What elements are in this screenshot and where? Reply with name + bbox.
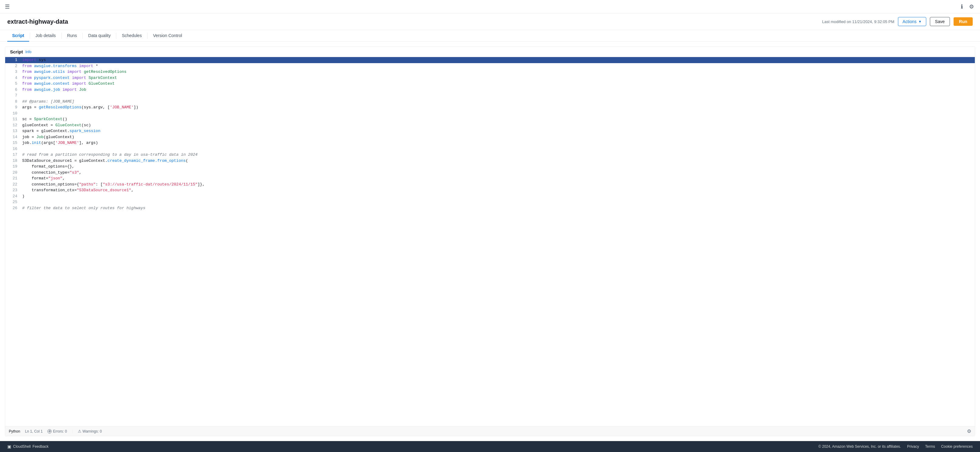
status-bar-right: ⚙ [967,428,971,434]
tab-divider-4 [116,33,116,39]
code-line-5: 5 from awsglue.context import GlueContex… [5,81,975,87]
footer-right: © 2024, Amazon Web Services, Inc. or its… [818,444,973,449]
tab-job-details[interactable]: Job details [31,30,61,41]
code-line-16: 16 [5,146,975,152]
editor-settings-icon[interactable]: ⚙ [967,429,971,434]
line-content-1: import sys [20,57,48,63]
line-content-9: args = getResolvedOptions(sys.argv, ['JO… [20,105,141,111]
code-line-24: 24 ) [5,193,975,200]
code-line-10: 10 [5,111,975,117]
line-content-15: job.init(args['JOB_NAME'], args) [20,140,100,146]
code-line-23: 23 transformation_ctx="S3DataSource_dsou… [5,187,975,193]
top-bar-left: ☰ [5,4,10,10]
line-number-26: 26 [5,205,20,211]
line-content-20: connection_type="s3", [20,170,84,176]
errors-indicator: ⊘ Errors: 0 [48,429,67,433]
code-line-6: 6 from awsglue.job import Job [5,87,975,93]
hamburger-icon[interactable]: ☰ [5,4,10,10]
tab-script[interactable]: Script [7,30,29,41]
code-line-2: 2 from awsglue.transforms import * [5,63,975,69]
line-content-14: job = Job(glueContext) [20,134,77,140]
script-info-badge[interactable]: Info [25,50,32,54]
line-content-8: ## @params: [JOB_NAME] [20,99,77,105]
code-line-26: 26 # filter the data to select only rout… [5,205,975,211]
line-content-7 [20,93,27,99]
line-content-24: ) [20,193,27,200]
tab-data-quality[interactable]: Data quality [83,30,115,41]
tab-schedules[interactable]: Schedules [117,30,146,41]
code-line-25: 25 [5,199,975,205]
tab-version-control[interactable]: Version Control [148,30,187,41]
footer: ▣ CloudShell Feedback © 2024, Amazon Web… [0,441,980,452]
line-number-12: 12 [5,122,20,128]
status-bar-left: Python Ln 1, Col 1 ⊘ Errors: 0 | ⚠ Warni… [9,429,102,433]
code-line-13: 13 spark = glueContext.spark_session [5,128,975,134]
tab-divider-1 [30,33,30,39]
code-line-21: 21 format="json", [5,176,975,182]
privacy-link[interactable]: Privacy [907,444,919,449]
code-line-8: 8 ## @params: [JOB_NAME] [5,99,975,105]
line-number-20: 20 [5,170,20,176]
line-content-21: format="json", [20,176,67,182]
line-number-10: 10 [5,111,20,117]
line-number-2: 2 [5,63,20,69]
line-number-14: 14 [5,134,20,140]
feedback-button[interactable]: Feedback [32,444,49,449]
error-circle-icon: ⊘ [48,429,52,433]
line-number-8: 8 [5,99,20,105]
tab-bar: Script Job details Runs Data quality Sch… [0,30,980,41]
line-number-17: 17 [5,152,20,158]
actions-label: Actions [902,19,916,24]
code-editor[interactable]: 1 import sys 2 from awsglue.transforms i… [5,57,975,426]
line-content-23: transformation_ctx="S3DataSource_dsource… [20,187,136,193]
top-bar: ☰ ℹ ⚙ [0,0,980,13]
cloudshell-link[interactable]: CloudShell [13,444,31,449]
info-icon-button[interactable]: ℹ [959,2,964,11]
line-number-9: 9 [5,105,20,111]
line-number-4: 4 [5,75,20,81]
line-number-11: 11 [5,116,20,122]
warning-triangle-icon: ⚠ [78,429,81,433]
job-header: extract-highway-data Last modified on 11… [0,13,980,30]
chevron-down-icon: ▼ [918,20,922,23]
line-content-3: from awsglue.utils import getResolvedOpt… [20,69,129,75]
line-content-22: connection_options={"paths": ["s3://usa-… [20,182,207,187]
actions-button[interactable]: Actions ▼ [898,17,926,26]
line-content-13: spark = glueContext.spark_session [20,128,103,134]
code-line-20: 20 connection_type="s3", [5,170,975,176]
code-line-12: 12 glueContext = GlueContext(sc) [5,122,975,128]
code-line-15: 15 job.init(args['JOB_NAME'], args) [5,140,975,146]
cookie-preferences-link[interactable]: Cookie preferences [941,444,973,449]
line-content-16 [20,146,27,152]
errors-label: Errors: 0 [53,429,67,433]
line-number-13: 13 [5,128,20,134]
code-line-14: 14 job = Job(glueContext) [5,134,975,140]
line-number-21: 21 [5,176,20,182]
settings-icon-button[interactable]: ⚙ [968,2,975,11]
line-number-15: 15 [5,140,20,146]
code-line-7: 7 [5,93,975,99]
script-header: Script Info [5,47,975,57]
tab-runs[interactable]: Runs [62,30,82,41]
warnings-label: Warnings: 0 [83,429,102,433]
line-content-10 [20,111,27,117]
tab-divider-5 [147,33,148,39]
run-button[interactable]: Run [954,17,973,26]
language-indicator: Python [9,429,20,433]
code-line-11: 11 sc = SparkContext() [5,116,975,122]
status-bar: Python Ln 1, Col 1 ⊘ Errors: 0 | ⚠ Warni… [5,426,975,436]
terms-link[interactable]: Terms [925,444,935,449]
line-content-18: S3DataSource_dsource1 = glueContext.crea… [20,158,191,164]
line-number-19: 19 [5,163,20,170]
tab-divider-2 [61,33,62,39]
line-content-11: sc = SparkContext() [20,116,70,122]
line-content-4: from pyspark.context import SparkContext [20,75,119,81]
line-content-2: from awsglue.transforms import * [20,63,100,69]
cloudshell-icon: ▣ [7,444,11,449]
job-title: extract-highway-data [7,18,68,25]
line-content-12: glueContext = GlueContext(sc) [20,122,93,128]
line-number-25: 25 [5,199,20,205]
save-button[interactable]: Save [930,17,950,26]
line-number-7: 7 [5,93,20,99]
code-line-18: 18 S3DataSource_dsource1 = glueContext.c… [5,158,975,164]
